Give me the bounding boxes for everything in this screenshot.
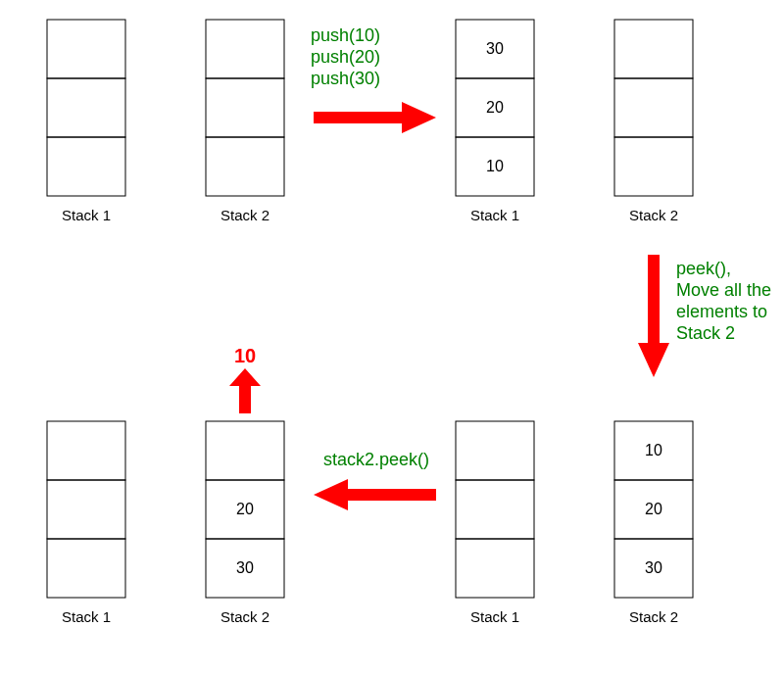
cell-value: 30 (236, 559, 254, 576)
svg-rect-24 (456, 539, 534, 598)
svg-rect-14 (47, 421, 125, 480)
stack2-peek-op: stack2.peek() (323, 450, 429, 469)
stack-bottom-2d: 10 20 30 Stack 2 (614, 421, 693, 625)
svg-rect-4 (206, 78, 284, 137)
stack-label: Stack 1 (62, 608, 111, 625)
svg-rect-1 (47, 78, 125, 137)
peek-move-operations: peek(), Move all the elements to Stack 2 (676, 259, 771, 343)
svg-rect-11 (614, 78, 693, 137)
svg-rect-16 (47, 539, 125, 598)
peek-op-2: Move all the (676, 280, 771, 300)
svg-marker-6 (314, 102, 436, 133)
queue-two-stacks-diagram: Stack 1 Stack 2 push(10) push(20) push(3… (0, 0, 784, 675)
cell-value: 30 (486, 40, 504, 57)
arrow-push-right (314, 102, 436, 133)
stack-bottom-2c: 20 30 Stack 2 (206, 421, 284, 625)
svg-marker-13 (638, 255, 669, 377)
svg-rect-15 (47, 480, 125, 539)
svg-rect-3 (206, 20, 284, 78)
svg-marker-21 (314, 479, 436, 510)
stack-label: Stack 2 (220, 608, 270, 625)
cell-value: 10 (486, 158, 504, 174)
stack-bottom-1d: Stack 1 (456, 421, 534, 625)
svg-rect-12 (614, 137, 693, 196)
popped-result: 10 (229, 345, 261, 413)
cell-value: 20 (645, 501, 662, 517)
stack-top-2a: Stack 2 (206, 20, 284, 223)
peek-op-4: Stack 2 (676, 323, 735, 343)
push-op-1: push(10) (311, 25, 380, 45)
svg-rect-0 (47, 20, 125, 78)
stack-top-1b: 30 20 10 Stack 1 (456, 20, 534, 223)
arrow-stack2-peek-left (314, 479, 436, 510)
svg-rect-22 (456, 421, 534, 480)
stack-top-1a: Stack 1 (47, 20, 125, 223)
svg-rect-10 (614, 20, 693, 78)
stack-bottom-1c: Stack 1 (47, 421, 125, 625)
popped-value: 10 (234, 345, 256, 366)
cell-value: 20 (486, 99, 504, 116)
stack-label: Stack 2 (629, 207, 678, 223)
push-op-3: push(30) (311, 69, 380, 88)
stack-label: Stack 2 (220, 207, 270, 223)
svg-rect-2 (47, 137, 125, 196)
cell-value: 10 (645, 442, 662, 458)
stack-label: Stack 1 (470, 207, 519, 223)
stack-label: Stack 1 (62, 207, 111, 223)
stack-label: Stack 2 (629, 608, 678, 625)
push-op-2: push(20) (311, 47, 380, 67)
push-operations: push(10) push(20) push(30) (311, 25, 380, 88)
cell-value: 20 (236, 501, 254, 517)
svg-marker-20 (229, 368, 261, 413)
arrow-peek-down (638, 255, 669, 377)
peek-op-1: peek(), (676, 259, 731, 278)
stack-label: Stack 1 (470, 608, 519, 625)
cell-value: 30 (645, 559, 662, 576)
svg-rect-23 (456, 480, 534, 539)
svg-rect-17 (206, 421, 284, 480)
stack-top-2b: Stack 2 (614, 20, 693, 223)
svg-rect-5 (206, 137, 284, 196)
peek-op-3: elements to (676, 302, 767, 321)
